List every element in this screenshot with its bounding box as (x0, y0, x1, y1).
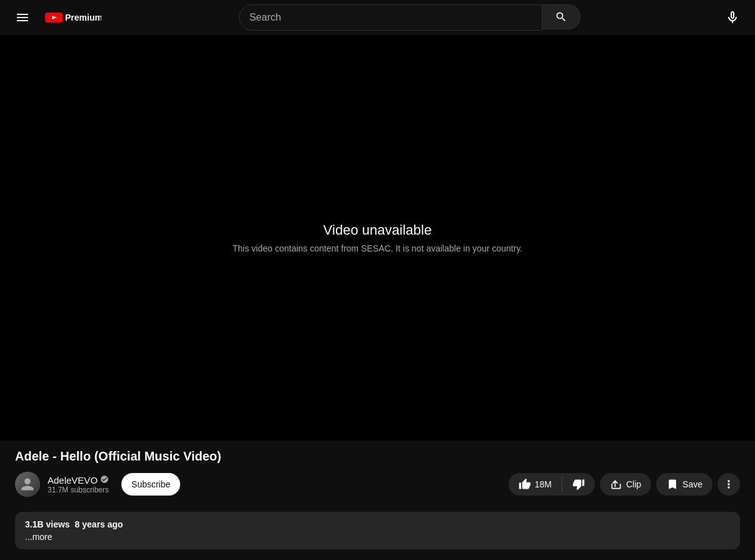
youtube-icon: Premium (45, 11, 101, 24)
header-left: Premium (10, 5, 135, 30)
show-more-button[interactable]: ...more (25, 532, 730, 542)
youtube-logo[interactable]: Premium (45, 11, 101, 24)
save-button[interactable]: Save (656, 473, 712, 496)
video-unavailable-desc: This video contains content from SESAC. … (233, 243, 523, 253)
verified-icon (100, 475, 109, 486)
subscribe-button[interactable]: Subscribe (121, 473, 180, 496)
video-info: Adele - Hello (Official Music Video) Ade… (0, 440, 755, 504)
menu-button[interactable] (10, 5, 35, 30)
header: Premium (0, 0, 755, 35)
svg-text:Premium: Premium (65, 13, 101, 23)
view-count: 3.1B views (25, 519, 70, 529)
action-buttons: 18M Clip Sa (509, 473, 740, 496)
clip-button[interactable]: Clip (600, 473, 651, 496)
search-input-wrapper (239, 4, 542, 31)
video-container: Video unavailable This video contains co… (0, 35, 755, 440)
channel-name-row: AdeleVEVO (48, 475, 109, 486)
video-player: Video unavailable This video contains co… (0, 35, 755, 440)
more-button[interactable] (717, 473, 740, 496)
subscriber-count: 31.7M subscribers (48, 486, 109, 494)
header-right (720, 5, 745, 30)
search-form[interactable] (239, 4, 580, 31)
dislike-button[interactable] (562, 473, 595, 496)
video-unavailable-title: Video unavailable (323, 222, 432, 238)
avatar[interactable] (15, 472, 40, 497)
upload-date: 8 years ago (75, 519, 123, 529)
microphone-button[interactable] (720, 5, 745, 30)
description-area[interactable]: 3.1B views 8 years ago ...more (15, 512, 740, 549)
video-title: Adele - Hello (Official Music Video) (15, 448, 740, 464)
channel-row: AdeleVEVO 31.7M subscribers Subscribe 18… (15, 472, 740, 497)
avatar-image (15, 472, 40, 497)
like-button[interactable]: 18M (509, 473, 562, 496)
search-input[interactable] (240, 5, 542, 30)
like-dislike-group: 18M (509, 473, 595, 496)
like-count: 18M (535, 479, 552, 489)
description-stats: 3.1B views 8 years ago (25, 519, 730, 529)
clip-label: Clip (626, 479, 641, 489)
header-center (181, 4, 638, 31)
channel-name[interactable]: AdeleVEVO (48, 475, 98, 486)
save-label: Save (682, 479, 702, 489)
search-button[interactable] (542, 4, 580, 29)
channel-info: AdeleVEVO 31.7M subscribers (48, 475, 109, 494)
